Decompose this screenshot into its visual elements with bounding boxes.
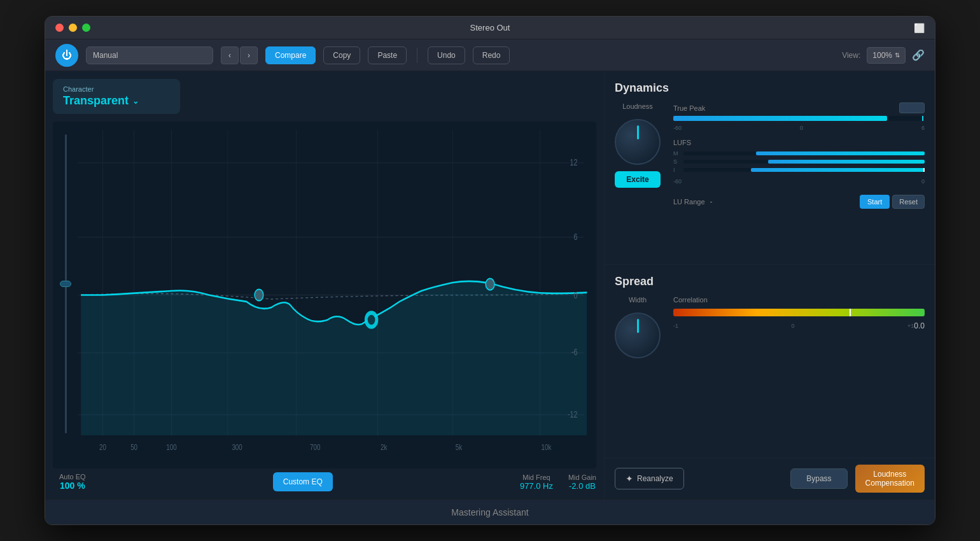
- right-bottom-controls: ✦ Reanalyze Bypass LoudnessCompensation: [605, 458, 935, 499]
- svg-text:0: 0: [574, 290, 578, 300]
- mid-gain-label: Mid Gain: [568, 474, 596, 481]
- eq-graph: 12 6 0 -6 -12 20 50 100 300 700 2k 5k 10…: [53, 122, 596, 468]
- true-peak-bar: [673, 116, 925, 121]
- power-button[interactable]: ⏻: [55, 44, 78, 67]
- width-column: Width: [615, 296, 661, 358]
- mid-freq-label: Mid Freq: [520, 474, 553, 481]
- svg-text:10k: 10k: [542, 443, 552, 452]
- true-peak-scale: -60 0 6: [673, 125, 925, 131]
- view-value: 100%: [872, 51, 892, 60]
- lu-range-value: -: [710, 197, 713, 206]
- character-dropdown-icon: ⌄: [132, 97, 139, 106]
- toolbar: ⏻ Manual ‹ › Compare Copy Paste Undo Red…: [45, 39, 935, 71]
- svg-text:20: 20: [99, 443, 106, 452]
- title-bar-right: ⬜: [914, 22, 925, 34]
- loudness-label: Loudness: [622, 102, 653, 110]
- loudness-column: Loudness Excite: [615, 102, 661, 209]
- lufs-i-indicator: [923, 168, 925, 172]
- view-value-control[interactable]: 100% ⇅: [867, 47, 906, 64]
- excite-button[interactable]: Excite: [615, 171, 661, 188]
- character-label: Character: [63, 85, 170, 93]
- redo-button[interactable]: Redo: [473, 46, 510, 64]
- right-panel: Dynamics Loudness Excite True Peak: [604, 71, 935, 499]
- eq-container: 12 6 0 -6 -12 20 50 100 300 700 2k 5k 10…: [53, 122, 596, 468]
- correlation-bar: [673, 309, 925, 316]
- maximize-button[interactable]: [82, 24, 90, 32]
- svg-point-14: [486, 279, 494, 290]
- correlation-scale: -1 0 +1: [673, 323, 914, 329]
- copy-button[interactable]: Copy: [323, 46, 360, 64]
- svg-text:12: 12: [570, 157, 578, 167]
- compare-button[interactable]: Compare: [265, 46, 316, 64]
- window-title: Stereo Out: [470, 23, 510, 32]
- lufs-label: LUFS: [673, 139, 925, 146]
- reanalyze-button[interactable]: ✦ Reanalyze: [615, 468, 684, 489]
- view-label: View:: [842, 51, 860, 60]
- mid-gain-value: -2.0 dB: [568, 481, 596, 491]
- correlation-column: Correlation -1 0 +1 0.0: [673, 296, 925, 358]
- lufs-row-s: S: [673, 158, 925, 165]
- true-peak-fill: [673, 116, 887, 121]
- svg-text:100: 100: [166, 443, 176, 452]
- svg-text:5k: 5k: [456, 443, 463, 452]
- true-peak-label: True Peak: [673, 104, 705, 112]
- lufs-bars: M S: [673, 150, 925, 173]
- correlation-value: 0.0: [914, 321, 925, 330]
- footer-text: Mastering Assistant: [451, 507, 528, 517]
- svg-text:2k: 2k: [381, 443, 388, 452]
- lufs-section: LUFS M S: [673, 139, 925, 185]
- paste-button[interactable]: Paste: [368, 46, 407, 64]
- auto-eq-label: Auto EQ: [59, 473, 86, 481]
- dynamics-title: Dynamics: [615, 81, 925, 95]
- true-peak-display: [899, 102, 925, 113]
- width-knob[interactable]: [615, 313, 661, 358]
- bypass-button[interactable]: Bypass: [790, 468, 847, 489]
- lu-range-label: LU Range: [673, 198, 705, 206]
- window-controls: [55, 24, 90, 32]
- svg-text:300: 300: [232, 443, 242, 452]
- character-box: Character Transparent ⌄: [53, 79, 180, 114]
- footer-bar: Mastering Assistant: [45, 499, 935, 524]
- start-reset-buttons: Start Reset: [860, 195, 925, 209]
- meters-column: True Peak -60 0 6: [673, 102, 925, 209]
- width-label: Width: [629, 296, 647, 304]
- custom-eq-button[interactable]: Custom EQ: [273, 472, 333, 491]
- correlation-label: Correlation: [673, 296, 925, 304]
- close-button[interactable]: [55, 24, 64, 32]
- loudness-knob[interactable]: [615, 119, 661, 165]
- dynamics-content: Loudness Excite True Peak: [615, 102, 925, 209]
- spread-section: Spread Width Correlation: [605, 265, 935, 458]
- svg-text:-6: -6: [571, 348, 578, 358]
- nav-back-button[interactable]: ‹: [221, 46, 239, 64]
- nav-forward-button[interactable]: ›: [240, 46, 258, 64]
- main-content: Character Transparent ⌄: [45, 71, 935, 499]
- svg-text:700: 700: [310, 443, 320, 452]
- mid-freq-value: 977.0 Hz: [520, 481, 553, 491]
- loudness-compensation-button[interactable]: LoudnessCompensation: [855, 465, 925, 493]
- reset-button[interactable]: Reset: [892, 195, 925, 209]
- eq-panel: Character Transparent ⌄: [45, 71, 604, 499]
- true-peak-indicator: [922, 116, 923, 121]
- svg-text:50: 50: [130, 443, 137, 452]
- view-arrows-icon: ⇅: [895, 52, 900, 59]
- spread-content: Width Correlation -1 0: [615, 296, 925, 358]
- toolbar-divider: [417, 48, 417, 63]
- nav-group: ‹ ›: [221, 46, 258, 64]
- link-icon[interactable]: 🔗: [912, 49, 925, 61]
- minimize-button[interactable]: [69, 24, 77, 32]
- mid-freq-item: Mid Freq 977.0 Hz: [520, 474, 553, 491]
- reanalyze-icon: ✦: [626, 474, 633, 484]
- svg-point-16: [368, 315, 375, 325]
- svg-text:-12: -12: [568, 409, 578, 419]
- lufs-row-i: I: [673, 167, 925, 173]
- undo-button[interactable]: Undo: [428, 46, 465, 64]
- lu-range-row: LU Range - Start Reset: [673, 195, 925, 209]
- main-window: Stereo Out ⬜ ⏻ Manual ‹ › Compare Copy P…: [45, 16, 935, 525]
- correlation-scale-row: -1 0 +1 0.0: [673, 321, 925, 330]
- svg-point-13: [255, 289, 263, 300]
- character-value[interactable]: Transparent ⌄: [63, 94, 170, 108]
- freq-info: Mid Freq 977.0 Hz Mid Gain -2.0 dB: [520, 474, 596, 491]
- preset-dropdown[interactable]: Manual: [86, 46, 213, 64]
- start-button[interactable]: Start: [860, 195, 890, 209]
- svg-text:6: 6: [574, 232, 578, 242]
